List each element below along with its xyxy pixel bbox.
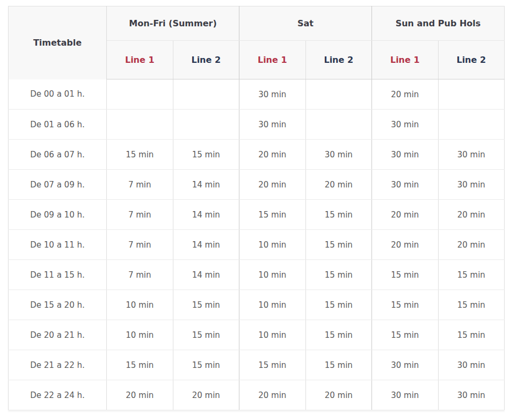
table-header: Timetable Mon-Fri (Summer) Sat Sun and P… [9, 6, 505, 79]
interval-cell: 20 min [372, 79, 439, 110]
time-range-cell: De 22 a 24 h. [9, 380, 107, 410]
time-range-cell: De 00 a 01 h. [9, 79, 107, 110]
interval-cell: 20 min [305, 380, 372, 410]
interval-cell: 20 min [107, 380, 173, 410]
interval-cell [173, 110, 239, 140]
table-row: De 01 a 06 h. 30 min 30 min [9, 110, 505, 140]
group-header-sat: Sat [239, 6, 372, 41]
interval-cell: 30 min [239, 110, 306, 140]
interval-cell: 15 min [438, 260, 505, 290]
interval-cell: 30 min [372, 350, 439, 380]
interval-cell: 15 min [438, 320, 505, 350]
interval-cell: 30 min [438, 140, 505, 170]
interval-cell: 7 min [107, 170, 173, 200]
time-range-cell: De 01 a 06 h. [9, 110, 107, 140]
interval-cell: 10 min [239, 230, 306, 260]
interval-cell: 15 min [305, 260, 372, 290]
time-range-cell: De 09 a 10 h. [9, 200, 107, 230]
table-row: De 20 a 21 h. 10 min 15 min 10 min 15 mi… [9, 320, 505, 350]
interval-cell: 20 min [239, 380, 306, 410]
table-row: De 22 a 24 h. 20 min 20 min 20 min 20 mi… [9, 380, 505, 410]
interval-cell [305, 79, 372, 110]
interval-cell: 15 min [239, 200, 306, 230]
interval-cell: 30 min [239, 79, 306, 110]
interval-cell: 14 min [173, 170, 239, 200]
subheader-monfri-line1: Line 1 [107, 41, 173, 79]
time-range-cell: De 20 a 21 h. [9, 320, 107, 350]
interval-cell [107, 110, 173, 140]
group-header-sun-pub-hols: Sun and Pub Hols [372, 6, 505, 41]
interval-cell: 20 min [438, 200, 505, 230]
interval-cell: 30 min [372, 110, 439, 140]
interval-cell: 30 min [438, 350, 505, 380]
interval-cell: 30 min [372, 170, 439, 200]
interval-cell: 7 min [107, 230, 173, 260]
interval-cell: 15 min [173, 320, 239, 350]
interval-cell: 15 min [305, 320, 372, 350]
time-range-cell: De 07 a 09 h. [9, 170, 107, 200]
interval-cell: 14 min [173, 260, 239, 290]
interval-cell: 15 min [239, 350, 306, 380]
interval-cell: 10 min [107, 290, 173, 320]
interval-cell: 20 min [438, 230, 505, 260]
interval-cell: 10 min [239, 320, 306, 350]
interval-cell: 15 min [372, 320, 439, 350]
interval-cell: 30 min [372, 380, 439, 410]
timetable-table: Timetable Mon-Fri (Summer) Sat Sun and P… [8, 6, 505, 410]
interval-cell: 15 min [107, 140, 173, 170]
interval-cell: 15 min [173, 350, 239, 380]
interval-cell: 7 min [107, 200, 173, 230]
time-range-cell: De 15 a 20 h. [9, 290, 107, 320]
subheader-sun-line2: Line 2 [438, 41, 505, 79]
interval-cell: 30 min [305, 140, 372, 170]
interval-cell: 15 min [305, 200, 372, 230]
subheader-sun-line1: Line 1 [372, 41, 439, 79]
table-row: De 00 a 01 h. 30 min 20 min [9, 79, 505, 110]
interval-cell: 14 min [173, 200, 239, 230]
interval-cell: 20 min [239, 170, 306, 200]
interval-cell: 15 min [173, 140, 239, 170]
interval-cell: 15 min [305, 230, 372, 260]
interval-cell: 15 min [372, 260, 439, 290]
time-range-cell: De 06 a 07 h. [9, 140, 107, 170]
subheader-monfri-line2: Line 2 [173, 41, 239, 79]
time-range-cell: De 11 a 15 h. [9, 260, 107, 290]
interval-cell: 20 min [372, 230, 439, 260]
interval-cell: 15 min [372, 290, 439, 320]
interval-cell [438, 79, 505, 110]
corner-header-timetable: Timetable [9, 6, 107, 79]
interval-cell: 30 min [372, 140, 439, 170]
interval-cell: 15 min [438, 290, 505, 320]
interval-cell [107, 79, 173, 110]
interval-cell: 15 min [107, 350, 173, 380]
table-row: De 11 a 15 h. 7 min 14 min 10 min 15 min… [9, 260, 505, 290]
interval-cell [173, 79, 239, 110]
table-row: De 21 a 22 h. 15 min 15 min 15 min 15 mi… [9, 350, 505, 380]
table-row: De 07 a 09 h. 7 min 14 min 20 min 20 min… [9, 170, 505, 200]
time-range-cell: De 21 a 22 h. [9, 350, 107, 380]
interval-cell: 10 min [239, 290, 306, 320]
interval-cell [305, 110, 372, 140]
group-header-row: Timetable Mon-Fri (Summer) Sat Sun and P… [9, 6, 505, 41]
table-row: De 09 a 10 h. 7 min 14 min 15 min 15 min… [9, 200, 505, 230]
table-body: De 00 a 01 h. 30 min 20 min De 01 a 06 h… [9, 79, 505, 410]
interval-cell: 20 min [305, 170, 372, 200]
subheader-sat-line1: Line 1 [239, 41, 306, 79]
interval-cell: 10 min [107, 320, 173, 350]
table-row: De 06 a 07 h. 15 min 15 min 20 min 30 mi… [9, 140, 505, 170]
table-row: De 10 a 11 h. 7 min 14 min 10 min 15 min… [9, 230, 505, 260]
table-row: De 15 a 20 h. 10 min 15 min 10 min 15 mi… [9, 290, 505, 320]
interval-cell [438, 110, 505, 140]
interval-cell: 10 min [239, 260, 306, 290]
interval-cell: 7 min [107, 260, 173, 290]
interval-cell: 15 min [305, 290, 372, 320]
group-header-mon-fri-summer: Mon-Fri (Summer) [107, 6, 239, 41]
interval-cell: 14 min [173, 230, 239, 260]
interval-cell: 30 min [438, 170, 505, 200]
interval-cell: 15 min [173, 290, 239, 320]
interval-cell: 30 min [438, 380, 505, 410]
interval-cell: 20 min [239, 140, 306, 170]
subheader-sat-line2: Line 2 [305, 41, 372, 79]
time-range-cell: De 10 a 11 h. [9, 230, 107, 260]
timetable-container: Timetable Mon-Fri (Summer) Sat Sun and P… [8, 6, 505, 410]
